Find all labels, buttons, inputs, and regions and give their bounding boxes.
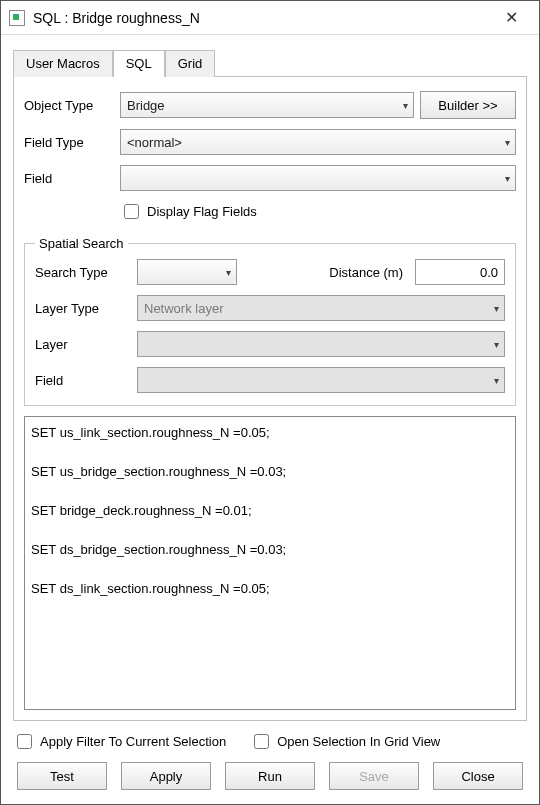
sql-dialog-window: SQL : Bridge roughness_N ✕ User Macros S… [0, 0, 540, 805]
object-type-select[interactable] [120, 92, 414, 118]
display-flag-label: Display Flag Fields [147, 204, 257, 219]
search-type-row: Search Type ▾ Distance (m) [35, 259, 505, 285]
field-label: Field [24, 171, 114, 186]
layer-type-select [137, 295, 505, 321]
app-icon [9, 10, 25, 26]
close-icon[interactable]: ✕ [491, 8, 531, 27]
object-type-row: Object Type ▾ Builder >> [24, 91, 516, 119]
spatial-field-row: Field ▾ [35, 367, 505, 393]
field-select[interactable] [120, 165, 516, 191]
display-flag-checkbox[interactable]: Display Flag Fields [120, 201, 257, 222]
bottom-checkboxes: Apply Filter To Current Selection Open S… [13, 731, 527, 752]
tab-panel-sql: Object Type ▾ Builder >> Field Type ▾ Fi… [13, 76, 527, 721]
layer-type-row: Layer Type ▾ [35, 295, 505, 321]
builder-button[interactable]: Builder >> [420, 91, 516, 119]
distance-input[interactable] [415, 259, 505, 285]
run-button[interactable]: Run [225, 762, 315, 790]
open-selection-label: Open Selection In Grid View [277, 734, 440, 749]
layer-label: Layer [35, 337, 131, 352]
apply-filter-input[interactable] [17, 734, 32, 749]
apply-filter-checkbox[interactable]: Apply Filter To Current Selection [13, 731, 226, 752]
tab-grid[interactable]: Grid [165, 50, 216, 77]
close-button[interactable]: Close [433, 762, 523, 790]
dialog-content: User Macros SQL Grid Object Type ▾ Build… [1, 35, 539, 804]
tab-user-macros[interactable]: User Macros [13, 50, 113, 77]
button-bar: Test Apply Run Save Close [13, 762, 527, 794]
titlebar[interactable]: SQL : Bridge roughness_N ✕ [1, 1, 539, 35]
spatial-search-group: Spatial Search Search Type ▾ Distance (m… [24, 236, 516, 406]
spatial-field-label: Field [35, 373, 131, 388]
open-selection-checkbox[interactable]: Open Selection In Grid View [250, 731, 440, 752]
window-title: SQL : Bridge roughness_N [33, 10, 491, 26]
apply-filter-label: Apply Filter To Current Selection [40, 734, 226, 749]
test-button[interactable]: Test [17, 762, 107, 790]
tab-sql[interactable]: SQL [113, 50, 165, 77]
distance-label: Distance (m) [329, 265, 403, 280]
tab-bar: User Macros SQL Grid [13, 49, 527, 76]
layer-row: Layer ▾ [35, 331, 505, 357]
object-type-label: Object Type [24, 98, 114, 113]
field-type-row: Field Type ▾ [24, 129, 516, 155]
display-flag-row: Display Flag Fields [120, 201, 516, 222]
display-flag-input[interactable] [124, 204, 139, 219]
field-row: Field ▾ [24, 165, 516, 191]
open-selection-input[interactable] [254, 734, 269, 749]
search-type-select[interactable] [137, 259, 237, 285]
save-button: Save [329, 762, 419, 790]
spatial-legend: Spatial Search [35, 236, 128, 251]
layer-type-label: Layer Type [35, 301, 131, 316]
field-type-select[interactable] [120, 129, 516, 155]
apply-button[interactable]: Apply [121, 762, 211, 790]
field-type-label: Field Type [24, 135, 114, 150]
sql-editor[interactable] [24, 416, 516, 710]
spatial-field-select [137, 367, 505, 393]
layer-select [137, 331, 505, 357]
search-type-label: Search Type [35, 265, 131, 280]
